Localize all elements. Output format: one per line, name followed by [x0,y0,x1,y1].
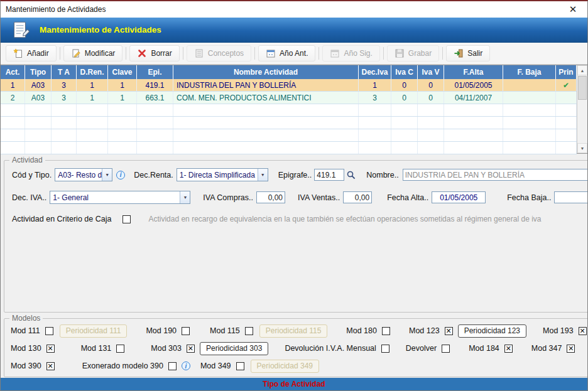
devolver-checkbox[interactable] [442,345,450,353]
cod-tipo-info-icon[interactable]: i [116,171,125,179]
close-icon[interactable]: ✕ [564,4,582,15]
cell-ivac: 0 [391,79,418,91]
periodicidad-349-button[interactable]: Periodicidad 349 [251,360,319,373]
nombre-input[interactable] [403,169,588,181]
column-header-tipo: Tipo [25,65,52,79]
scroll-down-icon[interactable]: ▼ [577,143,587,153]
cell-nombre: INDUSTRIA DEL PAN Y BOLLERÍA [173,79,359,91]
mod-303: Mod 303 ✕ [151,344,195,353]
mod-303-checkbox[interactable]: ✕ [187,345,195,353]
toolbar-separator [442,47,443,60]
exonerado-390-checkbox[interactable] [168,362,177,370]
mod-111: Mod 111 [11,326,53,335]
mod-123-label: Mod 123 [409,326,440,335]
delete-button[interactable]: Borrar [129,45,179,62]
search-icon[interactable] [346,170,356,180]
column-header-dren: D.Ren. [77,65,108,79]
mod-190-label: Mod 190 [146,326,177,335]
mod-111-checkbox[interactable] [45,327,53,335]
mod-190: Mod 190 [146,326,190,335]
toolbar: Añadir Modificar Borrar Conceptos [1,43,587,65]
iva-ventas-label: IVA Ventas.. [298,193,340,202]
cell-dren: 1 [77,92,108,104]
table-row[interactable]: 2 A03 3 1 1 663.1 COM. MEN. PRODUCTOS AL… [1,92,577,104]
mod-115-checkbox[interactable] [245,327,253,335]
header-banner: Mantenimiento de Actividades [1,18,587,43]
modify-button[interactable]: Modificar [63,45,123,62]
mod-130-label: Mod 130 [11,344,41,353]
dec-iva-select[interactable]: 1- General ▼ [50,191,190,204]
mod-111-label: Mod 111 [11,326,40,335]
table-empty-row [1,117,577,129]
cell-fbaja [503,92,556,104]
criterio-caja-checkbox[interactable] [122,215,131,223]
mod-131-checkbox[interactable] [116,345,124,353]
mod-347-checkbox[interactable]: ✕ [567,345,575,353]
scroll-up-icon[interactable]: ▲ [577,65,587,75]
previous-year-button[interactable]: Año Ant. [258,45,315,62]
mod-347: Mod 347 ✕ [531,344,575,353]
column-header-act: Act. [1,65,25,79]
cell-prin [556,92,577,104]
fecha-alta-input[interactable] [432,191,486,203]
cell-clave: 1 [108,79,137,91]
cod-tipo-select[interactable]: A03- Resto de ▼ [55,168,112,181]
scrollbar-thumb[interactable] [578,76,587,100]
cell-ta: 3 [52,92,77,104]
mod-180-label: Mod 180 [346,326,377,335]
mod-193-checkbox[interactable]: ✕ [579,327,587,335]
mod-303-label: Mod 303 [151,344,182,353]
scrollbar-track[interactable] [577,100,587,143]
mod-349-label: Mod 349 [200,362,231,370]
periodicidad-111-button[interactable]: Periodicidad 111 [60,324,128,338]
table-row-selected[interactable]: 1 A03 3 1 1 419.1 INDUSTRIA DEL PAN Y BO… [1,79,577,92]
toolbar-separator [383,47,384,60]
periodicidad-123-button[interactable]: Periodicidad 123 [458,324,526,338]
dec-iva-value: 1- General [50,193,180,202]
devolucion-iva-checkbox[interactable] [381,345,389,353]
toolbar-separator [126,47,126,60]
exit-button[interactable]: Salir [446,45,490,62]
cell-ta: 3 [52,79,77,91]
mod-123-checkbox[interactable]: ✕ [445,327,453,335]
cell-tipo: A03 [25,79,52,91]
mod-130-checkbox[interactable]: ✕ [46,345,55,353]
periodicidad-115-button[interactable]: Periodicidad 115 [259,324,328,338]
add-button[interactable]: Añadir [6,45,57,62]
mod-347-label: Mod 347 [531,344,562,353]
fecha-baja-input[interactable] [554,191,588,203]
mod-115: Mod 115 [210,326,253,335]
iva-compras-input[interactable] [256,191,285,203]
epigrafe-label: Epigrafe.. [278,171,312,179]
mod-184-checkbox[interactable]: ✕ [504,345,513,353]
cell-epi: 663.1 [137,92,173,104]
next-year-button[interactable]: Año Sig. [322,45,379,62]
epigrafe-input[interactable] [314,169,344,181]
modify-button-label: Modificar [85,49,116,58]
devolucion-iva-mensual: Devolución I.V.A. Mensual [285,344,389,353]
periodicidad-303-button[interactable]: Periodicidad 303 [200,342,268,355]
vertical-scrollbar[interactable]: ▲ ▼ [577,65,587,153]
modelos-group: Modelos Mod 111 Periodicidad 111 Mod 190… [4,314,588,377]
add-button-label: Añadir [27,49,49,58]
mod-130: Mod 130 ✕ [11,344,55,353]
exonerado-info-icon[interactable]: i [182,362,190,370]
add-icon [13,48,23,58]
mod-180-checkbox[interactable] [382,327,390,335]
mod-390-label: Mod 390 [11,362,41,370]
iva-ventas-input[interactable] [343,191,372,203]
mod-180: Mod 180 [346,326,390,335]
save-button-label: Grabar [408,49,432,58]
cell-deciva: 1 [359,79,391,91]
mod-390-checkbox[interactable]: ✕ [46,362,55,370]
dec-renta-select[interactable]: 1- Directa Simplificada ▼ [177,168,268,181]
table-empty-row [1,142,577,154]
devolucion-iva-label: Devolución I.V.A. Mensual [285,344,376,353]
mod-190-checkbox[interactable] [182,327,190,335]
exonerado-390-label: Exonerado modelo 390 [82,362,163,370]
mod-349-checkbox[interactable] [236,362,244,370]
devolver-label: Devolver [406,344,437,353]
concepts-button[interactable]: Conceptos [187,45,251,62]
cell-ivav: 0 [418,92,444,104]
save-button[interactable]: Grabar [387,45,439,62]
